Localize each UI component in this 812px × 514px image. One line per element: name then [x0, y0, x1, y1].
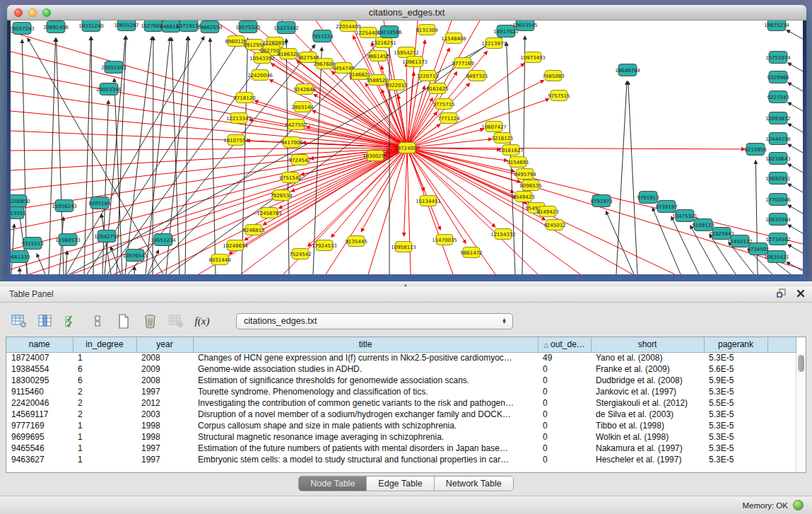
column-header-year[interactable]: year [136, 337, 193, 352]
table-tabs-row: Node TableEdge TableNetwork Table [6, 473, 806, 494]
table-cell: 2012 [136, 397, 193, 409]
edge-black [788, 245, 803, 253]
graph-node-label: 8031446 [208, 257, 231, 263]
column-header-name[interactable]: name [6, 337, 73, 352]
graph-node-label: 11025843 [709, 231, 734, 237]
table-row[interactable]: 2242004622012Investigating the contribut… [6, 397, 796, 409]
column-header-outde[interactable]: △out_de… [538, 337, 591, 352]
close-panel-icon[interactable] [796, 289, 805, 298]
table-cell: 14569117 [6, 409, 73, 420]
table-cell: 0 [538, 397, 591, 409]
table-row[interactable]: 911546021997Tourette syndrome. Phenomeno… [6, 386, 796, 397]
graph-node-label: 29053346 [96, 87, 122, 93]
table-row[interactable]: 1830029562008Estimation of significance … [6, 375, 796, 386]
graph-node-label: 8186328 [277, 52, 299, 57]
graph-node-label: 9242848 [293, 87, 315, 93]
table-row[interactable]: 1938455462009Genome-wide association stu… [6, 363, 796, 375]
edge-black [148, 250, 158, 274]
table-row[interactable]: 969969511998Structural magnetic resonanc… [6, 431, 796, 443]
table-row[interactable]: 946362711997Embryonic stem cells: a mode… [6, 454, 796, 465]
network-canvas[interactable]: 8960128891295422260858982750881863281054… [11, 21, 803, 274]
rows-icon[interactable] [88, 312, 107, 330]
graph-node-label: 13976543 [122, 253, 148, 259]
table-cell: 5.6E-5 [704, 363, 767, 375]
desktop: citations_edges.txt 89601288912954222608… [0, 0, 812, 514]
edge-black [616, 81, 627, 274]
table-cell: 0 [538, 443, 591, 454]
select-rows-check-icon[interactable] [62, 312, 81, 330]
graph-node-label: 16648784 [615, 68, 640, 74]
graph-node-label: 10961373 [402, 59, 428, 65]
table-cell: Corpus callosum shape and size in male p… [193, 420, 538, 431]
edge-red [11, 148, 407, 151]
node-table: namein_degreeyeartitle△out_de…shortpager… [6, 337, 806, 473]
table-cell: Stergiakouli et al. (2012) [591, 397, 704, 409]
table-settings-icon[interactable] [10, 312, 28, 330]
graph-node-label: 12458763 [257, 211, 282, 216]
edge-red [407, 148, 495, 227]
table-cell: 2008 [136, 375, 193, 386]
table-row[interactable]: 1456911722003Disruption of a novel membe… [6, 409, 796, 420]
table-row[interactable]: 977716911998Corpus callosum shape and si… [6, 420, 796, 431]
chevron-up-down-icon: ▲▼ [502, 318, 507, 325]
graph-node-label: 18107553 [223, 138, 249, 144]
table-selector-dropdown[interactable]: citations_edges.txt ▲▼ [236, 313, 513, 329]
edge-red [404, 148, 407, 236]
function-builder-icon[interactable]: f(x) [193, 312, 211, 330]
table-cell: 9465546 [6, 443, 73, 454]
table-cell: 5.3E-5 [704, 352, 767, 363]
graph-node-label: 8549423 [512, 194, 534, 200]
window-titlebar[interactable]: citations_edges.txt [7, 5, 806, 21]
column-header-indegree[interactable]: in_degree [73, 337, 136, 352]
table-cell: 19384554 [6, 363, 73, 375]
table-cell: Wolkin et al. (1998) [591, 431, 704, 443]
graph-node-label: 11568533 [55, 238, 81, 243]
graph-node-label: 9775715 [433, 102, 454, 107]
graph-node-label: 7524542 [289, 252, 311, 257]
graph-node-label: 9227343 [767, 95, 789, 100]
edge-red [11, 148, 407, 170]
graph-node-label: 10607427 [481, 124, 507, 130]
graph-node-label: 8215958 [744, 147, 766, 153]
tab-node-table[interactable]: Node Table [299, 477, 367, 491]
sort-ascending-icon: △ [543, 341, 548, 349]
table-cell: Genome-wide association studies in ADHD. [193, 363, 538, 375]
table-cell: 0 [538, 454, 591, 465]
float-window-icon[interactable] [777, 288, 787, 298]
edge-red [406, 63, 407, 148]
edge-black [788, 63, 803, 71]
table-cell: 18724007 [6, 352, 73, 363]
scrollbar-thumb[interactable] [798, 355, 804, 372]
table-cell: 2003 [136, 409, 193, 420]
graph-node-label: 3216121 [491, 136, 513, 141]
graph-node-label: 12213343 [226, 116, 252, 122]
memory-status-indicator[interactable] [793, 500, 804, 510]
network-view[interactable]: 8960128891295422260858982750881863281054… [11, 21, 803, 274]
graph-node-label: 10958113 [391, 245, 416, 250]
new-table-icon[interactable] [114, 312, 133, 330]
graph-node-label: 15958243 [52, 204, 77, 209]
tab-edge-table[interactable]: Edge Table [367, 477, 434, 491]
split-divider-handle[interactable]: ▴ [0, 281, 812, 286]
delete-table-icon[interactable] [141, 312, 159, 330]
select-column-icon[interactable] [36, 312, 54, 330]
column-header-short[interactable]: short [591, 337, 704, 352]
graph-node-label: 11548408 [441, 36, 466, 42]
graph-node-label: 18331240 [78, 23, 104, 29]
vertical-scrollbar[interactable] [796, 353, 806, 472]
graph-node-label: 9757515 [548, 93, 570, 99]
table-row[interactable]: 1872400712008Changes of HCN gene express… [6, 352, 796, 363]
graph-node-label: 3220713 [416, 74, 438, 79]
table-cell: 1998 [136, 431, 193, 443]
column-header-pagerank[interactable]: pagerank [704, 337, 767, 352]
tab-network-table[interactable]: Network Table [435, 477, 513, 491]
table-cell: Tibbo et al. (1998) [591, 420, 704, 431]
graph-node-label: 15751074 [765, 55, 791, 61]
table-row[interactable]: 946554611997Estimation of the future num… [6, 443, 796, 454]
table-cell: 0 [538, 375, 591, 386]
import-table-icon[interactable] [167, 312, 185, 330]
graph-node-label: 11470035 [432, 238, 457, 243]
edge-black [788, 205, 803, 214]
column-header-title[interactable]: title [193, 337, 538, 352]
table-cell: 9777169 [6, 420, 73, 431]
